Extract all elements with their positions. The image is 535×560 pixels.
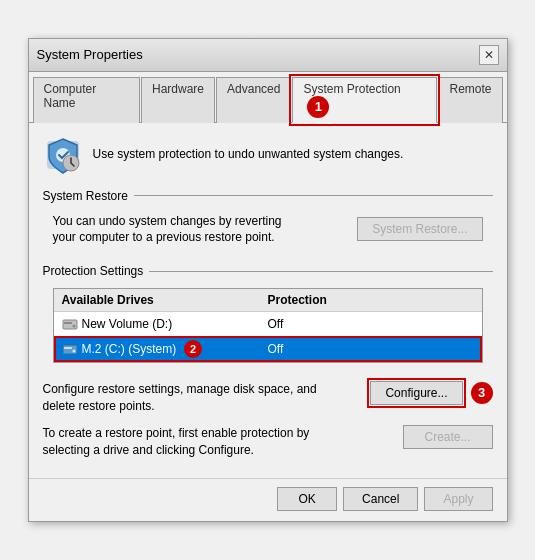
- drives-table: Available Drives Protection New Volume (…: [53, 288, 483, 363]
- configure-button[interactable]: Configure...: [370, 381, 462, 405]
- system-restore-title: System Restore: [43, 189, 493, 203]
- drive-row-c[interactable]: M.2 (C:) (System) 2 Off: [54, 336, 482, 362]
- restore-description: You can undo system changes by reverting…: [53, 213, 348, 247]
- system-restore-button[interactable]: System Restore...: [357, 217, 482, 241]
- system-restore-section: System Restore You can undo system chang…: [43, 189, 493, 253]
- window-title: System Properties: [37, 47, 143, 62]
- tab-remote[interactable]: Remote: [438, 77, 502, 123]
- configure-description: Configure restore settings, manage disk …: [43, 381, 361, 415]
- tab-badge: 1: [307, 96, 329, 118]
- system-properties-window: System Properties ✕ Computer Name Hardwa…: [28, 38, 508, 523]
- tab-hardware[interactable]: Hardware: [141, 77, 215, 123]
- tab-advanced[interactable]: Advanced: [216, 77, 291, 123]
- svg-rect-6: [63, 345, 77, 354]
- svg-point-7: [72, 350, 75, 353]
- cancel-button[interactable]: Cancel: [343, 487, 418, 511]
- restore-row: You can undo system changes by reverting…: [53, 213, 483, 247]
- title-bar: System Properties ✕: [29, 39, 507, 72]
- drive-name-d: New Volume (D:): [62, 316, 268, 332]
- header-section: Use system protection to undo unwanted s…: [43, 135, 493, 175]
- apply-button[interactable]: Apply: [424, 487, 492, 511]
- configure-badge: 3: [471, 382, 493, 404]
- create-button[interactable]: Create...: [403, 425, 493, 449]
- drive-protection-d: Off: [268, 317, 474, 331]
- content-area: Use system protection to undo unwanted s…: [29, 123, 507, 479]
- svg-rect-8: [64, 347, 72, 349]
- drives-col-header-name: Available Drives: [62, 293, 268, 307]
- svg-rect-3: [63, 320, 77, 329]
- drive-row-d[interactable]: New Volume (D:) Off: [54, 312, 482, 336]
- drive-icon-d: [62, 316, 78, 332]
- create-row: To create a restore point, first enable …: [43, 425, 493, 459]
- drive-row-badge: 2: [184, 340, 202, 358]
- configure-row: Configure restore settings, manage disk …: [43, 381, 493, 415]
- header-description: Use system protection to undo unwanted s…: [93, 146, 404, 163]
- shield-icon: [43, 135, 83, 175]
- tab-computer-name[interactable]: Computer Name: [33, 77, 141, 123]
- tab-system-protection[interactable]: System Protection 1: [292, 77, 437, 123]
- protection-settings-body: Available Drives Protection New Volume (…: [43, 282, 493, 369]
- footer-buttons: OK Cancel Apply: [29, 478, 507, 521]
- tab-bar: Computer Name Hardware Advanced System P…: [29, 72, 507, 123]
- drive-icon-c: [62, 341, 78, 357]
- ok-button[interactable]: OK: [277, 487, 337, 511]
- system-restore-body: You can undo system changes by reverting…: [43, 207, 493, 253]
- drive-protection-c: Off: [268, 342, 474, 356]
- protection-settings-title: Protection Settings: [43, 264, 493, 278]
- create-description: To create a restore point, first enable …: [43, 425, 393, 459]
- drive-name-c: M.2 (C:) (System) 2: [62, 340, 268, 358]
- drives-col-header-protection: Protection: [268, 293, 474, 307]
- svg-point-4: [72, 325, 75, 328]
- svg-rect-5: [64, 322, 72, 324]
- close-button[interactable]: ✕: [479, 45, 499, 65]
- protection-settings-section: Protection Settings Available Drives Pro…: [43, 264, 493, 369]
- drives-header: Available Drives Protection: [54, 289, 482, 312]
